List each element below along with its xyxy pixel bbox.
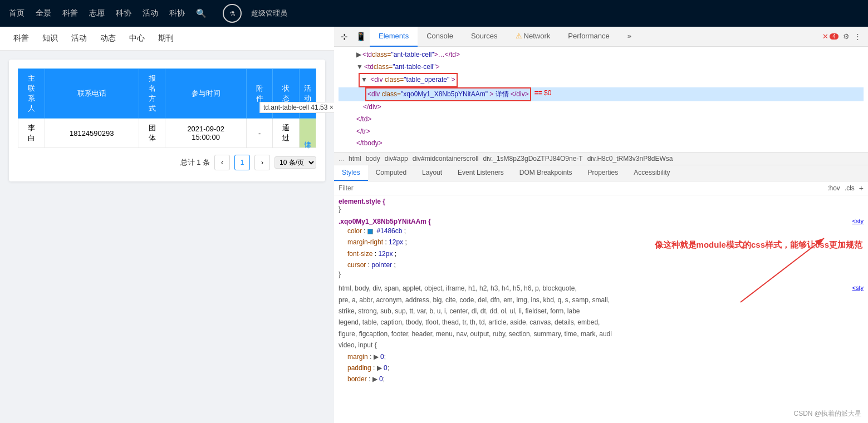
dom-line-1[interactable]: ▶ <td class="ant-table-cell" >…</td> bbox=[339, 49, 864, 61]
dom-attr-name: class= bbox=[372, 49, 391, 61]
error-count-button[interactable]: ✕ 4 bbox=[822, 32, 838, 41]
style-tab-eventlisteners[interactable]: Event Listeners bbox=[450, 165, 512, 181]
color-swatch[interactable] bbox=[367, 229, 373, 234]
filter-plus[interactable]: + bbox=[859, 184, 864, 193]
css-prop-name: padding bbox=[347, 364, 371, 372]
css-prop-value: 0 bbox=[384, 364, 388, 372]
css-triangle-icon[interactable]: ▶ bbox=[377, 364, 382, 372]
top-navigation: 首页 全景 科普 志愿 科协 活动 科协 🔍 ⚗ 超级管理员 bbox=[0, 0, 868, 27]
tab-performance[interactable]: Performance bbox=[559, 27, 618, 47]
dom-attr-name: class= bbox=[374, 61, 393, 73]
dom-line-8[interactable]: </tbody> bbox=[339, 137, 864, 150]
pagination-total: 总计 1 条 bbox=[180, 158, 210, 168]
breadcrumb-bar: ... html body div#app div#midcontainersc… bbox=[334, 153, 868, 165]
global-reset-source[interactable]: <sty bbox=[852, 283, 864, 294]
tab-network[interactable]: ⚠ Network bbox=[507, 27, 560, 47]
style-tab-accessibility[interactable]: Accessibility bbox=[626, 165, 678, 181]
more-options-icon[interactable]: ⋮ bbox=[854, 32, 861, 41]
css-triangle-icon[interactable]: ▶ bbox=[372, 375, 377, 383]
breadcrumb-midcontainer[interactable]: div#midcontainerscroll bbox=[413, 155, 479, 163]
table-card: 主联系人 联系电话 报名方式 参与时间 附件 状态 活动 李白 bbox=[9, 60, 325, 181]
tab-more[interactable]: » bbox=[619, 27, 640, 47]
breadcrumb-div-class1[interactable]: div._1sM8pZ3gDoZTPJ84O9ne-T bbox=[483, 155, 582, 163]
style-tab-styles[interactable]: Styles bbox=[334, 165, 368, 181]
dom-line-2[interactable]: ▼ <td class="ant-table-cell" > bbox=[339, 61, 864, 73]
breadcrumb-html[interactable]: html bbox=[349, 155, 361, 163]
th-phone: 联系电话 bbox=[45, 69, 139, 119]
td-phone: 18124590293 bbox=[45, 119, 139, 148]
css-triangle-icon[interactable]: ▶ bbox=[374, 353, 379, 361]
nav-assoc1[interactable]: 科协 bbox=[116, 8, 131, 18]
style-tab-computed[interactable]: Computed bbox=[368, 165, 414, 181]
tab-console[interactable]: Console bbox=[418, 27, 462, 47]
subnav-activity[interactable]: 活动 bbox=[71, 33, 87, 43]
tab-elements[interactable]: Elements bbox=[370, 27, 418, 47]
tab-sources[interactable]: Sources bbox=[462, 27, 507, 47]
global-reset-selector6: video, input { bbox=[339, 340, 864, 351]
sub-navigation: 科普 知识 活动 动态 中心 期刊 bbox=[0, 27, 334, 51]
pagination-prev[interactable]: ‹ bbox=[214, 155, 230, 170]
subnav-science[interactable]: 科普 bbox=[13, 33, 29, 43]
device-icon[interactable]: 📱 bbox=[352, 32, 370, 42]
tab-more-label: » bbox=[627, 32, 631, 40]
pagination-per-page[interactable]: 10 条/页 20 条/页 50 条/页 bbox=[274, 156, 316, 169]
css-semicolon: ; bbox=[395, 250, 396, 258]
dom-triangle-1[interactable]: ▶ bbox=[356, 49, 361, 61]
pagination-next[interactable]: › bbox=[254, 155, 270, 170]
dom-dollar: $0 bbox=[544, 89, 551, 97]
dom-tag-close: >…</td> bbox=[434, 49, 460, 61]
search-icon[interactable]: 🔍 bbox=[196, 8, 207, 18]
th-method: 报名方式 bbox=[139, 69, 165, 119]
pagination-current[interactable]: 1 bbox=[234, 155, 250, 170]
nav-assoc2[interactable]: 科协 bbox=[169, 8, 185, 18]
style-tab-layout[interactable]: Layout bbox=[414, 165, 450, 181]
dom-line-7[interactable]: </tr> bbox=[339, 126, 864, 138]
breadcrumb-divapp[interactable]: div#app bbox=[385, 155, 408, 163]
dom-line-6[interactable]: </td> bbox=[339, 114, 864, 126]
dom-line-5[interactable]: </div> bbox=[339, 101, 864, 114]
td-action[interactable]: td.ant-table-cell 41.53 × 82.44 详情 bbox=[300, 119, 316, 148]
dom-tag-end: > bbox=[452, 76, 455, 83]
css-reset-border: border : ▶ 0; bbox=[339, 373, 864, 385]
subnav-dynamics[interactable]: 动态 bbox=[100, 33, 116, 43]
dom-line-3[interactable]: ▼ <div class="table_operate" > bbox=[339, 73, 864, 87]
css-rules-panel: 像这种就是module模式的css样式，能够让css更加规范 element.s… bbox=[334, 195, 868, 423]
breadcrumb-div-class2[interactable]: div.H8c0_tRM3v3nP8dEWsa bbox=[587, 155, 673, 163]
css-prop-cursor: cursor : pointer ; bbox=[339, 259, 864, 270]
tab-elements-label: Elements bbox=[379, 32, 409, 40]
style-tab-dombreakpoints[interactable]: DOM Breakpoints bbox=[512, 165, 580, 181]
style-tab-properties[interactable]: Properties bbox=[580, 165, 626, 181]
subnav-journal[interactable]: 期刊 bbox=[158, 33, 174, 43]
table-container: 主联系人 联系电话 报名方式 参与时间 附件 状态 活动 李白 bbox=[18, 68, 316, 148]
nav-volunteer[interactable]: 志愿 bbox=[89, 8, 105, 18]
css-prop-value: 0 bbox=[379, 375, 383, 383]
tab-performance-label: Performance bbox=[568, 32, 609, 40]
dom-triangle-3[interactable]: ▼ bbox=[361, 76, 367, 83]
filter-input[interactable] bbox=[339, 184, 823, 192]
css-prop-name: border bbox=[347, 375, 367, 383]
inspector-icon[interactable]: ⊹ bbox=[336, 32, 352, 42]
css-reset-margin: margin : ▶ 0; bbox=[339, 351, 864, 362]
nav-panorama[interactable]: 全景 bbox=[36, 8, 51, 18]
filter-cls[interactable]: .cls bbox=[845, 184, 855, 192]
tooltip-box: td.ant-table-cell 41.53 × 82.44 bbox=[259, 102, 334, 113]
css-source-link[interactable]: <sty bbox=[852, 218, 864, 225]
style-tabs: Styles Computed Layout Event Listeners D… bbox=[334, 165, 868, 181]
nav-science[interactable]: 科普 bbox=[62, 8, 78, 18]
settings-icon[interactable]: ⚙ bbox=[843, 32, 850, 41]
dom-attr-value: "xqo0My1_X8Nb5pYNitAAm" bbox=[401, 90, 488, 98]
dom-triangle-2[interactable]: ▼ bbox=[356, 61, 363, 73]
subnav-center[interactable]: 中心 bbox=[129, 33, 145, 43]
filter-hov[interactable]: :hov bbox=[827, 184, 840, 192]
element-style-block: element.style { } bbox=[339, 198, 864, 213]
filter-bar: :hov .cls + bbox=[334, 181, 868, 195]
breadcrumb-body[interactable]: body bbox=[366, 155, 380, 163]
css-close-brace: } bbox=[339, 270, 341, 278]
dom-line-4-selected[interactable]: <div class="xqo0My1_X8Nb5pYNitAAm" > 详情 … bbox=[339, 87, 864, 102]
left-panel: 科普 知识 活动 动态 中心 期刊 主联系人 联系电话 报名方式 bbox=[0, 27, 334, 423]
nav-activity[interactable]: 活动 bbox=[143, 8, 158, 18]
td-method: 团体 bbox=[139, 119, 165, 148]
css-colon: : bbox=[364, 227, 367, 235]
subnav-knowledge[interactable]: 知识 bbox=[42, 33, 58, 43]
nav-home[interactable]: 首页 bbox=[9, 8, 24, 18]
